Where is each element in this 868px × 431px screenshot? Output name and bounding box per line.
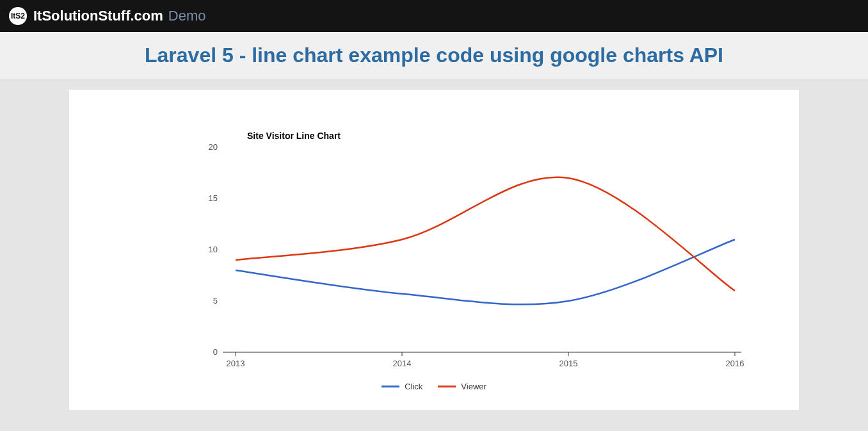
series-click[interactable] [236,240,735,304]
page-title: Laravel 5 - line chart example code usin… [0,44,868,67]
svg-text:2015: 2015 [559,359,578,368]
chart-card: Site Visitor Line Chart 05101520 2013201… [69,90,799,410]
svg-text:10: 10 [209,245,218,254]
line-chart: 05101520 2013201420152016 [108,109,760,378]
legend-swatch-viewer [438,386,456,387]
series-viewer[interactable] [236,177,735,291]
page-title-container: Laravel 5 - line chart example code usin… [0,32,868,79]
legend: Click Viewer [108,382,760,391]
legend-item-viewer[interactable]: Viewer [438,382,486,391]
svg-text:20: 20 [209,142,218,152]
logo-badge: ItS2 [9,7,27,25]
svg-text:15: 15 [209,193,218,203]
svg-text:2014: 2014 [393,359,412,368]
svg-text:2016: 2016 [726,359,744,368]
x-axis-ticks: 2013201420152016 [227,352,744,368]
svg-text:0: 0 [213,347,218,357]
legend-item-click[interactable]: Click [382,382,422,391]
legend-label-click: Click [405,382,422,391]
chart-series [236,177,735,305]
legend-swatch-click [382,386,399,387]
demo-label[interactable]: Demo [168,8,206,24]
svg-text:2013: 2013 [227,359,245,368]
chart-title: Site Visitor Line Chart [247,131,341,141]
legend-label-viewer: Viewer [461,382,486,391]
brand-name[interactable]: ItSolutionStuff.com [33,8,163,24]
svg-text:5: 5 [213,296,218,305]
site-header: ItS2 ItSolutionStuff.com Demo [0,0,868,32]
y-axis-ticks: 05101520 [209,142,218,357]
